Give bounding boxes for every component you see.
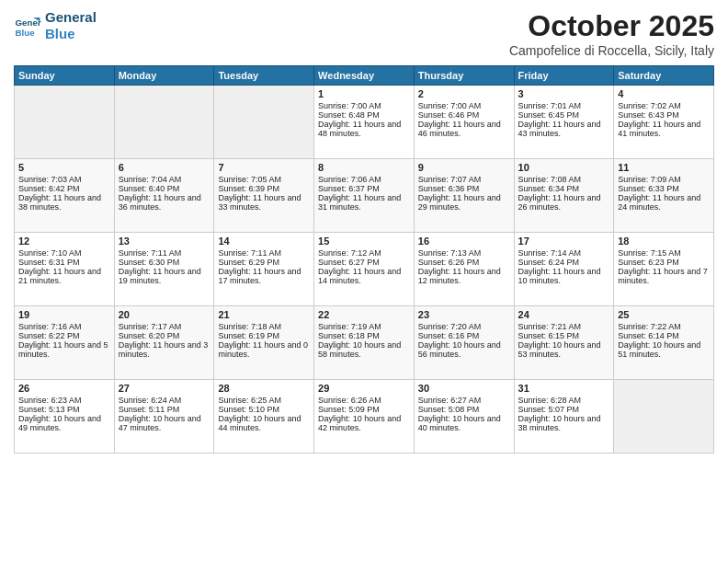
week-row-3: 12Sunrise: 7:10 AMSunset: 6:31 PMDayligh… <box>15 233 714 306</box>
logo-blue: Blue <box>45 26 97 42</box>
calendar-table: SundayMondayTuesdayWednesdayThursdayFrid… <box>14 65 714 454</box>
month-year-title: October 2025 <box>509 9 714 43</box>
day-number: 29 <box>318 383 410 394</box>
sunrise-text: Sunrise: 7:00 AM <box>318 101 410 110</box>
sunset-text: Sunset: 6:43 PM <box>618 110 710 120</box>
title-block: October 2025 Campofelice di Roccella, Si… <box>509 9 714 58</box>
sunset-text: Sunset: 6:36 PM <box>418 184 510 193</box>
day-number: 3 <box>518 88 610 99</box>
sunset-text: Sunset: 6:20 PM <box>119 331 210 340</box>
sunrise-text: Sunrise: 6:23 AM <box>18 396 110 405</box>
calendar-cell: 22Sunrise: 7:19 AMSunset: 6:18 PMDayligh… <box>314 306 415 380</box>
sunset-text: Sunset: 6:24 PM <box>518 258 610 267</box>
day-header-friday: Friday <box>514 66 614 86</box>
sunset-text: Sunset: 5:11 PM <box>119 405 210 414</box>
sunrise-text: Sunrise: 7:03 AM <box>18 175 110 184</box>
daylight-text: Daylight: 11 hours and 5 minutes. <box>18 340 110 359</box>
sunrise-text: Sunrise: 7:15 AM <box>618 248 710 258</box>
calendar-cell: 5Sunrise: 7:03 AMSunset: 6:42 PMDaylight… <box>15 159 115 233</box>
sunset-text: Sunset: 6:45 PM <box>518 110 610 120</box>
day-number: 10 <box>518 162 610 173</box>
week-row-4: 19Sunrise: 7:16 AMSunset: 6:22 PMDayligh… <box>15 306 714 380</box>
daylight-text: Daylight: 11 hours and 33 minutes. <box>218 193 310 212</box>
calendar-cell: 10Sunrise: 7:08 AMSunset: 6:34 PMDayligh… <box>514 159 614 233</box>
calendar-page: General Blue General Blue October 2025 C… <box>0 0 728 563</box>
sunset-text: Sunset: 6:27 PM <box>318 258 410 267</box>
day-number: 11 <box>618 162 710 173</box>
sunrise-text: Sunrise: 6:25 AM <box>218 396 310 405</box>
calendar-cell: 13Sunrise: 7:11 AMSunset: 6:30 PMDayligh… <box>114 233 214 306</box>
daylight-text: Daylight: 11 hours and 46 minutes. <box>418 120 510 138</box>
calendar-cell: 30Sunrise: 6:27 AMSunset: 5:08 PMDayligh… <box>414 380 514 454</box>
day-number: 19 <box>18 309 110 320</box>
daylight-text: Daylight: 11 hours and 0 minutes. <box>218 340 310 359</box>
daylight-text: Daylight: 11 hours and 14 minutes. <box>318 267 410 285</box>
day-number: 30 <box>418 383 510 394</box>
calendar-cell: 21Sunrise: 7:18 AMSunset: 6:19 PMDayligh… <box>214 306 314 380</box>
daylight-text: Daylight: 10 hours and 49 minutes. <box>18 414 110 432</box>
sunset-text: Sunset: 5:10 PM <box>218 405 310 414</box>
daylight-text: Daylight: 11 hours and 7 minutes. <box>618 267 710 285</box>
sunset-text: Sunset: 6:34 PM <box>518 184 610 193</box>
week-row-2: 5Sunrise: 7:03 AMSunset: 6:42 PMDaylight… <box>15 159 714 233</box>
sunset-text: Sunset: 6:23 PM <box>618 258 710 267</box>
day-number: 9 <box>418 162 510 173</box>
daylight-text: Daylight: 11 hours and 31 minutes. <box>318 193 410 212</box>
sunset-text: Sunset: 6:40 PM <box>119 184 210 193</box>
day-header-thursday: Thursday <box>414 66 514 86</box>
day-header-sunday: Sunday <box>15 66 115 86</box>
sunrise-text: Sunrise: 7:14 AM <box>518 248 610 258</box>
calendar-cell <box>614 380 714 454</box>
day-number: 27 <box>119 383 210 394</box>
sunset-text: Sunset: 5:09 PM <box>318 405 410 414</box>
day-number: 26 <box>18 383 110 394</box>
sunrise-text: Sunrise: 7:12 AM <box>318 248 410 258</box>
sunset-text: Sunset: 6:46 PM <box>418 110 510 120</box>
sunrise-text: Sunrise: 6:26 AM <box>318 396 410 405</box>
daylight-text: Daylight: 11 hours and 43 minutes. <box>518 120 610 138</box>
sunset-text: Sunset: 6:18 PM <box>318 331 410 340</box>
day-number: 2 <box>418 88 510 99</box>
sunset-text: Sunset: 6:31 PM <box>18 258 110 267</box>
svg-text:Blue: Blue <box>16 28 36 38</box>
daylight-text: Daylight: 11 hours and 12 minutes. <box>418 267 510 285</box>
calendar-cell: 28Sunrise: 6:25 AMSunset: 5:10 PMDayligh… <box>214 380 314 454</box>
day-number: 23 <box>418 309 510 320</box>
week-row-1: 1Sunrise: 7:00 AMSunset: 6:48 PMDaylight… <box>15 86 714 159</box>
daylight-text: Daylight: 11 hours and 10 minutes. <box>518 267 610 285</box>
day-number: 25 <box>618 309 710 320</box>
daylight-text: Daylight: 10 hours and 38 minutes. <box>518 414 610 432</box>
daylight-text: Daylight: 10 hours and 51 minutes. <box>618 340 710 359</box>
daylight-text: Daylight: 10 hours and 47 minutes. <box>119 414 210 432</box>
day-number: 22 <box>318 309 410 320</box>
sunrise-text: Sunrise: 7:10 AM <box>18 248 110 258</box>
sunrise-text: Sunrise: 7:11 AM <box>119 248 210 258</box>
calendar-cell <box>214 86 314 159</box>
header: General Blue General Blue October 2025 C… <box>14 9 714 58</box>
calendar-cell: 24Sunrise: 7:21 AMSunset: 6:15 PMDayligh… <box>514 306 614 380</box>
day-number: 7 <box>218 162 310 173</box>
sunrise-text: Sunrise: 7:00 AM <box>418 101 510 110</box>
daylight-text: Daylight: 10 hours and 58 minutes. <box>318 340 410 359</box>
calendar-cell: 14Sunrise: 7:11 AMSunset: 6:29 PMDayligh… <box>214 233 314 306</box>
day-number: 4 <box>618 88 710 99</box>
daylight-text: Daylight: 11 hours and 48 minutes. <box>318 120 410 138</box>
daylight-text: Daylight: 10 hours and 56 minutes. <box>418 340 510 359</box>
week-row-5: 26Sunrise: 6:23 AMSunset: 5:13 PMDayligh… <box>15 380 714 454</box>
day-number: 14 <box>218 236 310 247</box>
sunset-text: Sunset: 5:13 PM <box>18 405 110 414</box>
sunrise-text: Sunrise: 7:16 AM <box>18 322 110 331</box>
sunset-text: Sunset: 6:14 PM <box>618 331 710 340</box>
calendar-cell: 29Sunrise: 6:26 AMSunset: 5:09 PMDayligh… <box>314 380 415 454</box>
sunrise-text: Sunrise: 7:17 AM <box>119 322 210 331</box>
calendar-cell <box>114 86 214 159</box>
sunrise-text: Sunrise: 7:22 AM <box>618 322 710 331</box>
calendar-cell: 18Sunrise: 7:15 AMSunset: 6:23 PMDayligh… <box>614 233 714 306</box>
day-header-wednesday: Wednesday <box>314 66 415 86</box>
sunrise-text: Sunrise: 7:20 AM <box>418 322 510 331</box>
daylight-text: Daylight: 11 hours and 29 minutes. <box>418 193 510 212</box>
daylight-text: Daylight: 11 hours and 3 minutes. <box>119 340 210 359</box>
day-number: 21 <box>218 309 310 320</box>
day-number: 8 <box>318 162 410 173</box>
daylight-text: Daylight: 11 hours and 17 minutes. <box>218 267 310 285</box>
